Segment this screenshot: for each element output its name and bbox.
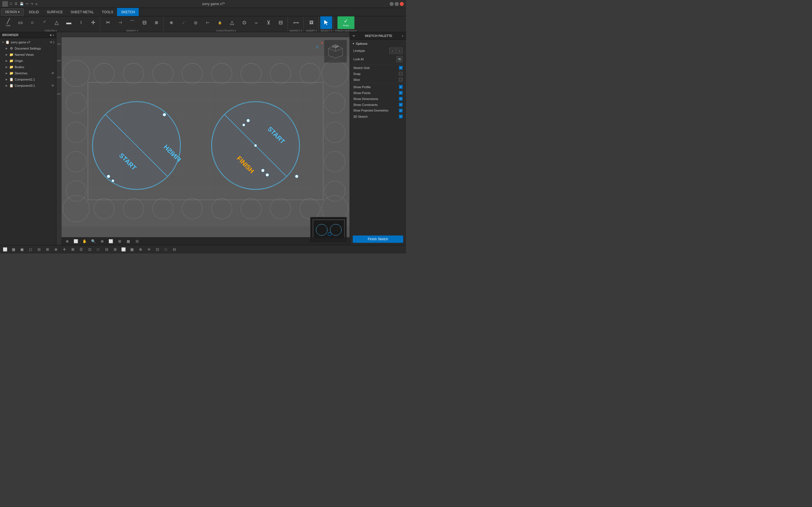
bottom-tool-6[interactable]: ⊞ xyxy=(43,246,51,253)
tool-constraint-5[interactable]: 🔒 xyxy=(214,16,226,29)
show-profile-checkbox[interactable] xyxy=(399,85,403,89)
tool-trim[interactable]: ✂ xyxy=(102,16,114,29)
tool-constraint-8[interactable]: ⌣ xyxy=(250,16,262,29)
view-tool-1[interactable]: ⊕ xyxy=(63,238,71,244)
bottom-tool-14[interactable]: ⊞ xyxy=(111,246,119,253)
linetype-btn-2[interactable]: › xyxy=(396,48,403,54)
canvas-area[interactable]: 100 150 200 250 xyxy=(56,32,350,245)
finish-sketch-tool-btn[interactable]: ✓ Finish xyxy=(338,16,354,29)
bottom-tool-10[interactable]: ☰ xyxy=(77,246,85,253)
options-section-header[interactable]: ▼ Options xyxy=(350,41,406,47)
bottom-tool-17[interactable]: ⊕ xyxy=(137,246,144,253)
viewport-cube[interactable]: TOP xyxy=(324,40,347,62)
bottom-tool-12[interactable]: □ xyxy=(94,246,102,253)
menu-surface[interactable]: SURFACE xyxy=(43,8,67,16)
browser-item-origin[interactable]: ▶ 📁 Origin xyxy=(0,58,56,64)
browser-item-component3[interactable]: ▶ 📋 Component3:1 👁 xyxy=(0,82,56,89)
linetype-btn-1[interactable]: ‹ xyxy=(389,48,396,54)
tool-move[interactable]: ✛ xyxy=(87,16,99,29)
view-tool-8[interactable]: ▦ xyxy=(124,238,132,244)
bottom-tool-18[interactable]: ✛ xyxy=(145,246,153,253)
undo-icon[interactable]: ↩ xyxy=(26,2,29,6)
bottom-tool-4[interactable]: ◻ xyxy=(27,246,35,253)
bottom-tool-19[interactable]: ⊡ xyxy=(153,246,161,253)
save-icon[interactable]: 💾 xyxy=(20,2,24,6)
info-icon-root[interactable]: ℹ xyxy=(53,41,54,44)
tool-constraint-9[interactable]: ⊻ xyxy=(262,16,274,29)
view-tool-3[interactable]: ✋ xyxy=(81,238,89,244)
3d-sketch-checkbox[interactable] xyxy=(399,115,403,118)
look-at-button[interactable]: 📷 xyxy=(396,56,403,62)
bottom-tool-5[interactable]: ⊟ xyxy=(35,246,43,253)
browser-item-component1[interactable]: ▶ 📋 Component1:1 xyxy=(0,76,56,82)
tool-extend[interactable]: ⊣ xyxy=(114,16,126,29)
tool-slot[interactable]: ▬ xyxy=(63,16,75,29)
canvas-content[interactable]: START FINISH START FINISH xyxy=(61,37,350,245)
bottom-tool-15[interactable]: ⬜ xyxy=(119,246,128,253)
slice-checkbox[interactable] xyxy=(399,78,403,81)
bottom-tool-1[interactable]: ⬜ xyxy=(1,246,9,253)
redo-icon[interactable]: ↪ xyxy=(31,2,33,6)
tool-measure[interactable]: ⟺ xyxy=(290,16,302,29)
tool-insert[interactable]: 🖼 xyxy=(305,16,317,29)
sketch-grid-checkbox[interactable] xyxy=(399,66,403,69)
bottom-tool-13[interactable]: ⊟ xyxy=(103,246,110,253)
tool-line[interactable]: ╱Line xyxy=(2,16,14,29)
show-constraints-checkbox[interactable] xyxy=(399,103,403,107)
close-btn[interactable] xyxy=(400,2,404,6)
bottom-tool-21[interactable]: ⊟ xyxy=(170,246,178,253)
tool-constraint-10[interactable]: ⊟ xyxy=(274,16,287,29)
tool-rect[interactable]: ▭ xyxy=(14,16,26,29)
view-tool-6[interactable]: ⬜ xyxy=(107,238,115,244)
browser-item-named-views[interactable]: ▶ 📁 Named Views xyxy=(0,52,56,58)
tool-constraint-3[interactable]: ◎ xyxy=(190,16,202,29)
bottom-tool-2[interactable]: ▦ xyxy=(10,246,17,253)
tool-arc[interactable]: ◜ xyxy=(39,16,50,29)
tool-constraint-1[interactable]: ⊕ xyxy=(165,16,177,29)
bottom-tool-11[interactable]: ⊡ xyxy=(86,246,94,253)
bottom-tool-3[interactable]: ▣ xyxy=(18,246,26,253)
browser-close-icon[interactable]: ● xyxy=(50,33,52,37)
bottom-tool-9[interactable]: ⊠ xyxy=(69,246,77,253)
show-dimensions-checkbox[interactable] xyxy=(399,97,403,101)
browser-item-doc-settings[interactable]: ▶ ⚙ Document Settings xyxy=(0,45,56,52)
browser-item-root[interactable]: ▼ 📋 sorry game v7 👁 ℹ xyxy=(0,39,56,45)
menu-tools[interactable]: TOOLS xyxy=(98,8,117,16)
eye-component3[interactable]: 👁 xyxy=(51,84,54,87)
show-projected-checkbox[interactable] xyxy=(399,109,403,112)
tool-mirror[interactable]: ⊞ xyxy=(151,16,162,29)
bottom-tool-8[interactable]: ✛ xyxy=(60,246,68,253)
eye-root[interactable]: 👁 xyxy=(50,41,53,44)
palette-expand-icon[interactable]: › xyxy=(402,34,403,38)
view-tool-4[interactable]: 🔍 xyxy=(89,238,97,244)
tool-polygon[interactable]: △ xyxy=(51,16,63,29)
bottom-tool-16[interactable]: ▦ xyxy=(128,246,136,253)
menu-icon[interactable]: ☰ xyxy=(15,2,17,6)
nav-back[interactable]: ⬡ xyxy=(10,2,12,6)
design-menu-btn[interactable]: DESIGN ▾ xyxy=(1,8,24,16)
tool-constraint-4[interactable]: ⊢ xyxy=(202,16,214,29)
browser-expand-icon[interactable]: › xyxy=(53,33,54,37)
eye-sketches[interactable]: 👁 xyxy=(51,71,54,75)
view-tool-2[interactable]: ⬜ xyxy=(72,238,80,244)
tool-circle[interactable]: ○ xyxy=(27,16,38,29)
view-tool-5[interactable]: ⊕ xyxy=(98,238,106,244)
bottom-tool-20[interactable]: □ xyxy=(162,246,170,253)
menu-sheet-metal[interactable]: SHEET METAL xyxy=(67,8,98,16)
menu-solid[interactable]: SOLID xyxy=(25,8,43,16)
tool-offset[interactable]: ⊟ xyxy=(139,16,150,29)
finish-sketch-button[interactable]: Finish Sketch xyxy=(353,235,403,243)
tool-select[interactable] xyxy=(320,16,332,29)
browser-item-bodies[interactable]: ▶ 📁 Bodies xyxy=(0,64,56,70)
tool-fillet[interactable]: ⌒ xyxy=(126,16,138,29)
tool-spline[interactable]: ⌇ xyxy=(75,16,87,29)
tool-constraint-2[interactable]: ⟋ xyxy=(177,16,190,29)
canvas-svg[interactable]: START FINISH START FINISH xyxy=(61,37,350,245)
minimize-btn[interactable] xyxy=(390,2,394,6)
menu-sketch[interactable]: SKETCH xyxy=(117,8,139,16)
view-tool-9[interactable]: ⊟ xyxy=(133,238,141,244)
show-points-checkbox[interactable] xyxy=(399,91,403,95)
tool-constraint-6[interactable]: △ xyxy=(226,16,238,29)
maximize-btn[interactable] xyxy=(395,2,399,6)
tool-constraint-7[interactable]: ⊙ xyxy=(238,16,250,29)
